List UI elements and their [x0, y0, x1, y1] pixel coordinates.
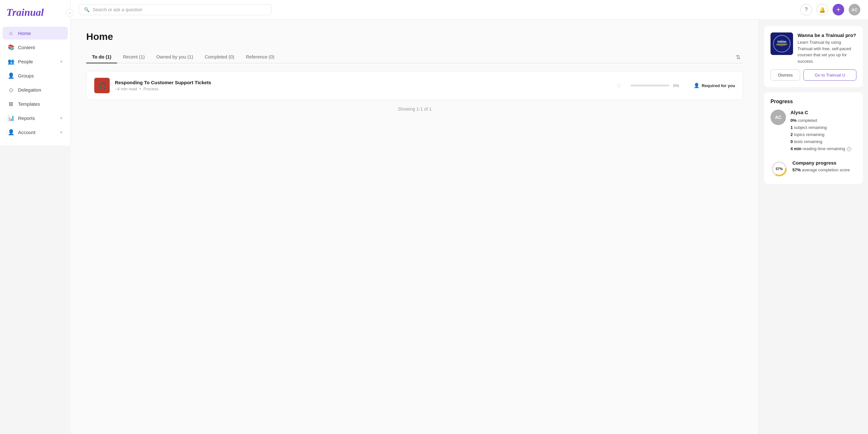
- trainual-u-desc: Learn Trainual by using Trainual with fr…: [798, 39, 857, 64]
- progress-section-title: Progress: [771, 99, 857, 104]
- sidebar: Trainual ⌂ Home 📚 Content 👥 People ∨ 👤 G…: [0, 0, 71, 146]
- search-bar[interactable]: 🔍 Search or ask a question: [79, 4, 272, 15]
- sidebar-item-label: Content: [18, 45, 35, 50]
- trainual-u-logo: Trainual UNIVERSITY: [771, 32, 793, 55]
- stat-reading: 4 min reading time remaining ⓘ: [790, 145, 857, 153]
- sidebar-item-home[interactable]: ⌂ Home: [3, 27, 68, 39]
- task-progress: 0%: [630, 83, 682, 88]
- user-progress: AC Alysa C 0% completed 1 subject remain…: [771, 110, 857, 153]
- sidebar-item-label: Delegation: [18, 87, 41, 93]
- trainual-u-card: Trainual UNIVERSITY Wanna be a Trainual …: [764, 26, 863, 87]
- sidebar-item-people[interactable]: 👥 People ∨: [3, 55, 68, 68]
- user-avatar: AC: [771, 110, 786, 125]
- header: 🔍 Search or ask a question ? 🔔 + AC: [71, 0, 868, 20]
- tab-completed[interactable]: Completed (0): [199, 51, 240, 63]
- stat-reading-label: reading time remaining: [803, 146, 845, 151]
- people-icon: 👥: [8, 58, 14, 65]
- sidebar-item-delegation[interactable]: ◇ Delegation: [3, 83, 68, 96]
- groups-icon: 👤: [8, 72, 14, 79]
- progress-card: Progress AC Alysa C 0% completed 1 subje…: [764, 92, 863, 184]
- stat-completed-pct: 0%: [790, 118, 797, 123]
- tab-todo[interactable]: To do (1): [86, 51, 117, 63]
- chevron-down-icon: ∨: [60, 116, 63, 120]
- donut-center-label: 57%: [776, 167, 783, 171]
- stat-completed-label: completed: [798, 118, 817, 123]
- search-placeholder: Search or ask a question: [93, 7, 143, 12]
- stat-tests-label: tests remaining: [794, 139, 822, 144]
- svg-text:UNIVERSITY: UNIVERSITY: [776, 44, 787, 46]
- sidebar-item-templates[interactable]: ⊞ Templates: [3, 97, 68, 110]
- reports-icon: 📊: [8, 115, 14, 121]
- stat-topics-label: topics remaining: [794, 132, 825, 137]
- chevron-down-icon: ∨: [60, 130, 63, 134]
- add-button[interactable]: +: [833, 4, 844, 15]
- chevron-down-icon: ∨: [60, 59, 63, 64]
- showing-count: Showing 1-1 of 1: [86, 106, 743, 111]
- sidebar-item-label: Account: [18, 130, 35, 135]
- task-thumbnail: 🎧: [94, 78, 110, 93]
- sidebar-collapse-button[interactable]: ‹: [66, 9, 74, 17]
- stat-subjects: 1 subject remaining: [790, 124, 857, 131]
- task-info: Responding To Customer Support Tickets ~…: [115, 80, 611, 91]
- task-title[interactable]: Responding To Customer Support Tickets: [115, 80, 611, 85]
- task-required: 👤 Required for you: [694, 82, 735, 89]
- tab-recent[interactable]: Recent (1): [117, 51, 151, 63]
- company-donut-chart: 57%: [771, 160, 788, 177]
- task-type: Process: [144, 87, 159, 91]
- sidebar-item-account[interactable]: 👤 Account ∨: [3, 126, 68, 139]
- sidebar-item-label: Reports: [18, 115, 35, 121]
- stat-reading-time: 4 min: [790, 146, 801, 151]
- tab-owned[interactable]: Owned by you (1): [151, 51, 199, 63]
- stat-tests: 0 tests remaining: [790, 138, 857, 145]
- sidebar-item-label: People: [18, 59, 33, 64]
- sidebar-item-label: Home: [18, 31, 31, 36]
- logo-text: Trainual: [6, 6, 44, 18]
- tab-reference[interactable]: Reference (0): [240, 51, 280, 63]
- goto-trainual-u-button[interactable]: Go to Trainual U: [803, 69, 857, 81]
- logo: Trainual: [0, 6, 70, 26]
- search-icon: 🔍: [84, 7, 89, 12]
- content-icon: 📚: [8, 44, 14, 51]
- stat-completed: 0% completed: [790, 117, 857, 124]
- required-person-icon: 👤: [694, 82, 700, 89]
- progress-bar: [630, 85, 669, 87]
- home-icon: ⌂: [8, 30, 14, 36]
- task-meta-dot: •: [140, 87, 142, 91]
- sidebar-item-groups[interactable]: 👤 Groups: [3, 69, 68, 82]
- sidebar-item-content[interactable]: 📚 Content: [3, 41, 68, 54]
- info-icon[interactable]: ⓘ: [847, 147, 851, 152]
- company-avg-label: average completion score: [802, 167, 850, 172]
- svg-text:Trainual: Trainual: [778, 40, 786, 43]
- trainual-u-title: Wanna be a Trainual pro?: [798, 32, 857, 38]
- stat-subjects-label: subject remaining: [794, 125, 827, 130]
- task-meta: ~4 min read • Process: [115, 87, 611, 91]
- company-progress: 57% Company progress 57% average complet…: [771, 160, 857, 177]
- right-panel: Trainual UNIVERSITY Wanna be a Trainual …: [758, 20, 868, 434]
- task-read-time: ~4 min read: [115, 87, 137, 91]
- notifications-button[interactable]: 🔔: [816, 4, 828, 15]
- dismiss-button[interactable]: Dismiss: [771, 69, 800, 81]
- delegation-icon: ◇: [8, 87, 14, 93]
- task-card: 🎧 Responding To Customer Support Tickets…: [86, 71, 743, 100]
- account-icon: 👤: [8, 129, 14, 135]
- user-stats: Alysa C 0% completed 1 subject remaining…: [790, 110, 857, 153]
- stat-topics: 2 topics remaining: [790, 131, 857, 138]
- star-icon[interactable]: ☆: [616, 82, 622, 89]
- progress-percent: 0%: [673, 83, 682, 88]
- user-avatar-button[interactable]: AC: [849, 4, 860, 15]
- user-name: Alysa C: [790, 110, 857, 115]
- sidebar-item-label: Templates: [18, 101, 40, 107]
- sort-icon[interactable]: ⇅: [733, 54, 743, 61]
- stat-subjects-count: 1: [790, 125, 793, 130]
- stat-tests-count: 0: [790, 139, 793, 144]
- sidebar-item-label: Groups: [18, 73, 34, 78]
- stat-topics-count: 2: [790, 132, 793, 137]
- help-button[interactable]: ?: [800, 4, 812, 15]
- tabs-bar: To do (1) Recent (1) Owned by you (1) Co…: [86, 51, 743, 63]
- sidebar-item-reports[interactable]: 📊 Reports ∨: [3, 111, 68, 125]
- company-avg: 57% average completion score: [793, 167, 857, 173]
- page-title: Home: [86, 31, 743, 42]
- templates-icon: ⊞: [8, 101, 14, 107]
- company-stats: Company progress 57% average completion …: [793, 160, 857, 173]
- company-avg-pct: 57%: [793, 167, 801, 172]
